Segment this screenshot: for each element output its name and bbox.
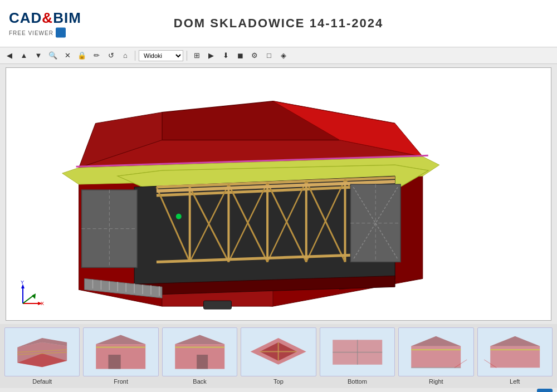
svg-text:Y: Y [21, 280, 24, 285]
toolbar-rotate-button[interactable]: ✕ [61, 50, 74, 62]
thumb-top: Top [241, 327, 316, 385]
page-title: DOM SKLADOWICE 14-11-2024 [174, 16, 383, 31]
thumbnails-row: Default Front Back [0, 324, 557, 388]
viewport-container[interactable]: X Y [6, 67, 551, 321]
header: CAD&BIM FREE VIEWER DOM SKLADOWICE 14-11… [0, 0, 557, 47]
svg-point-53 [176, 214, 182, 219]
toolbar-color-button[interactable]: ◈ [277, 50, 290, 62]
thumb-top-label: Top [273, 378, 284, 385]
svg-rect-77 [197, 355, 208, 369]
logo-free-viewer-text: FREE VIEWER [9, 30, 53, 36]
thumb-default-label: Default [32, 378, 52, 385]
svg-rect-72 [109, 355, 121, 369]
toolbar-nav-up-button[interactable]: ▲ [18, 50, 30, 62]
toolbar-refresh-button[interactable]: ↺ [105, 50, 117, 62]
view-select[interactable]: Widoki Front Back Top Bottom Right Left [139, 50, 183, 61]
thumb-default: Default [4, 327, 80, 385]
logo-ampersand: & [42, 9, 53, 26]
footer-logo-icon: BIM [537, 389, 553, 392]
thumb-back-box[interactable] [162, 327, 237, 376]
footer: BIM [0, 388, 557, 392]
toolbar: ◀ ▲ ▼ 🔍 ✕ 🔒 ✏ ↺ ⌂ Widoki Front Back Top … [0, 47, 557, 64]
thumb-top-box[interactable] [241, 327, 316, 376]
toolbar-settings-button[interactable]: ⚙ [248, 50, 261, 62]
logo-area: CAD&BIM FREE VIEWER [9, 9, 81, 38]
thumb-right: Right [398, 327, 473, 385]
toolbar-separator-2 [187, 51, 187, 61]
thumb-back-label: Back [193, 378, 206, 385]
toolbar-back-button[interactable]: ◀ [3, 50, 16, 62]
axis-indicator: X Y [17, 278, 48, 309]
thumb-default-box[interactable] [4, 327, 80, 376]
svg-line-58 [23, 295, 34, 303]
thumb-left: Left [477, 327, 553, 385]
thumb-bottom: Bottom [320, 327, 395, 385]
thumb-front-box[interactable] [83, 327, 158, 376]
logo-subtitle: FREE VIEWER [9, 28, 66, 38]
logo-text: CAD&BIM [9, 9, 81, 27]
toolbar-download-button[interactable]: ⬇ [219, 50, 232, 62]
logo-cube-icon [56, 28, 66, 38]
svg-text:X: X [41, 301, 44, 306]
toolbar-grid-button[interactable]: ⊞ [190, 50, 203, 62]
toolbar-separator-1 [135, 51, 135, 61]
building-svg [6, 68, 551, 320]
svg-marker-59 [32, 293, 36, 299]
thumb-bottom-box[interactable] [320, 327, 395, 376]
toolbar-play-button[interactable]: ▶ [205, 50, 217, 62]
logo-cad: CAD [9, 9, 42, 26]
toolbar-pencil-button[interactable]: ✏ [90, 50, 102, 62]
thumb-right-label: Right [429, 378, 443, 385]
toolbar-lock-button[interactable]: 🔒 [76, 50, 88, 62]
toolbar-view3d-button[interactable]: ◼ [234, 50, 246, 62]
toolbar-nav-down-button[interactable]: ▼ [32, 50, 45, 62]
thumb-right-box[interactable] [398, 327, 473, 376]
thumb-bottom-label: Bottom [348, 378, 367, 385]
logo-bim: BIM [53, 9, 81, 26]
thumb-front-label: Front [114, 378, 128, 385]
thumb-front: Front [83, 327, 158, 385]
toolbar-zoom-button[interactable]: 🔍 [47, 50, 59, 62]
thumb-left-box[interactable] [477, 327, 553, 376]
viewport-canvas: X Y [6, 68, 551, 320]
thumb-back: Back [162, 327, 237, 385]
toolbar-square-button[interactable]: □ [263, 50, 275, 62]
toolbar-home-button[interactable]: ⌂ [119, 50, 131, 62]
svg-rect-51 [204, 301, 232, 309]
thumb-left-label: Left [510, 378, 520, 385]
